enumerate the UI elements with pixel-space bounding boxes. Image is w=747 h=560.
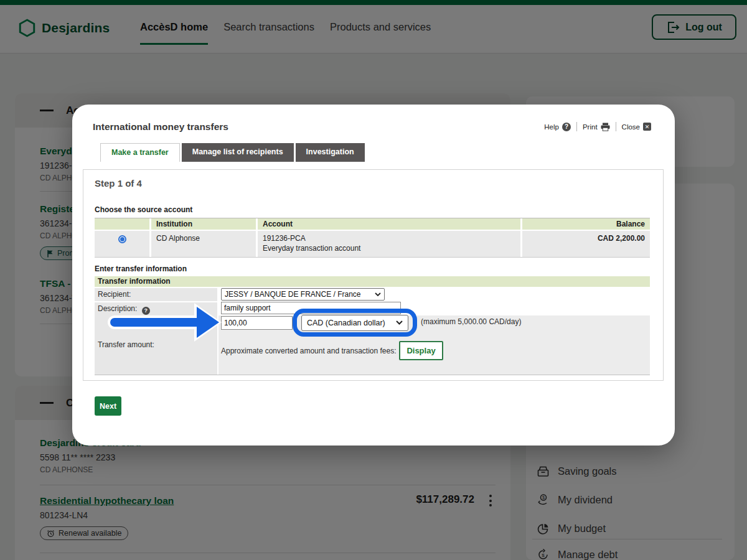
source-account-radio-selected[interactable] — [118, 235, 126, 243]
amount-input[interactable] — [221, 316, 293, 330]
institution-column-header: Institution — [151, 218, 256, 230]
tab-manage-recipients[interactable]: Manage list of recipients — [182, 143, 294, 162]
source-table-header: Institution Account Balance — [95, 218, 650, 230]
radio-column-header — [95, 218, 149, 230]
close-label: Close — [622, 123, 640, 131]
currency-select[interactable]: CAD (Canadian dollar) — [301, 315, 408, 331]
display-button[interactable]: Display — [399, 341, 443, 360]
source-account-heading: Choose the source account — [95, 205, 192, 214]
help-button[interactable]: Help ? — [544, 123, 571, 131]
modal-tabs: Make a transfer Manage list of recipient… — [100, 143, 365, 162]
transfer-amount-label: Transfer amount: — [98, 340, 154, 349]
account-cell: 191236-PCA Everyday transaction account — [258, 231, 520, 257]
balance-column-header: Balance — [522, 218, 650, 230]
recipient-selected-value: JESSY / BANQUE DE FRANCE / France — [225, 290, 361, 299]
toolbar-separator — [616, 122, 616, 131]
description-label-cell: Description: ? — [95, 302, 217, 315]
print-label: Print — [583, 123, 598, 131]
transfer-info-heading: Enter transfer information — [95, 264, 187, 273]
account-number: 191236-PCA — [263, 234, 515, 243]
recipient-select[interactable]: JESSY / BANQUE DE FRANCE / France — [221, 288, 385, 301]
chevron-down-icon — [396, 320, 403, 325]
international-transfers-modal: International money transfers Help ? Pri… — [72, 105, 675, 446]
close-icon: ✕ — [643, 123, 651, 131]
approximate-fees-label: Approximate converted amount and transac… — [221, 347, 397, 355]
balance-cell: CAD 2,200.00 — [522, 231, 650, 257]
description-label: Description: — [98, 304, 137, 313]
step-title: Step 1 of 4 — [95, 178, 142, 189]
print-button[interactable]: Print — [583, 123, 610, 131]
tab-make-a-transfer[interactable]: Make a transfer — [100, 143, 180, 162]
source-account-row: CD Alphonse 191236-PCA Everyday transact… — [95, 231, 650, 257]
account-name: Everyday transaction account — [263, 244, 515, 253]
institution-cell: CD Alphonse — [151, 231, 256, 257]
source-account-table: Institution Account Balance CD Alphonse … — [95, 218, 650, 258]
currency-highlight-ring: CAD (Canadian dollar) — [293, 309, 417, 337]
recipient-label: Recipient: — [95, 288, 217, 301]
modal-toolbar: Help ? Print Close ✕ — [544, 122, 651, 131]
next-button[interactable]: Next — [95, 396, 121, 416]
printer-icon — [601, 123, 610, 131]
help-icon: ? — [562, 123, 571, 131]
tab-investigation[interactable]: Investigation — [296, 143, 365, 162]
radio-cell — [95, 231, 149, 257]
chevron-down-icon — [375, 292, 381, 296]
currency-selected-value: CAD (Canadian dollar) — [307, 319, 385, 327]
modal-title: International money transfers — [93, 121, 228, 133]
toolbar-separator — [576, 122, 577, 131]
table-bottom-border — [95, 375, 650, 375]
close-button[interactable]: Close ✕ — [622, 123, 651, 131]
transfer-amount-label-cell: Transfer amount: — [95, 315, 217, 375]
daily-maximum-note: (maximum 5,000.00 CAD/day) — [421, 317, 521, 326]
description-help-icon[interactable]: ? — [142, 307, 150, 315]
transfer-info-table: Transfer information Recipient: JESSY / … — [95, 276, 650, 376]
account-column-header: Account — [258, 218, 520, 230]
transfer-table-title: Transfer information — [95, 276, 650, 287]
help-label: Help — [544, 123, 559, 131]
